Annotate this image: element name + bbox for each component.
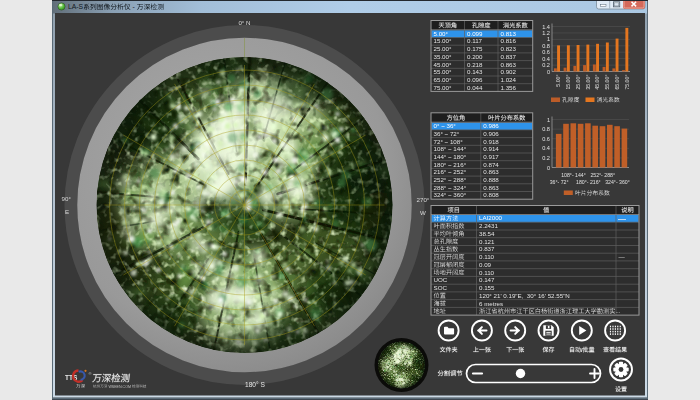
svg-text:108° ~ 144°: 108° ~ 144° (434, 145, 467, 152)
svg-text:0.155: 0.155 (479, 284, 495, 291)
svg-text:LA-S: LA-S (68, 3, 84, 10)
svg-text:0.863: 0.863 (501, 61, 517, 68)
svg-text:25.00°: 25.00° (434, 45, 452, 52)
svg-text:324°- 360°: 324°- 360° (605, 179, 630, 185)
svg-text:1: 1 (547, 36, 550, 42)
svg-text:0° N: 0° N (238, 19, 250, 26)
svg-text:W: W (420, 209, 426, 216)
svg-text:25.00°: 25.00° (575, 75, 581, 90)
svg-text:0.2: 0.2 (542, 155, 550, 161)
svg-text:0.175: 0.175 (467, 45, 483, 52)
svg-text:0.6: 0.6 (542, 136, 550, 142)
svg-text:108°- 144°: 108°- 144° (561, 172, 586, 178)
svg-text:0.863: 0.863 (483, 168, 499, 175)
svg-text:36°- 72°: 36°- 72° (550, 179, 569, 185)
svg-text:0: 0 (547, 165, 550, 171)
svg-text:0.8: 0.8 (542, 126, 550, 132)
svg-text:45.00°: 45.00° (595, 75, 601, 90)
svg-text:...: ... (615, 307, 620, 314)
svg-text:0.099: 0.099 (467, 30, 483, 37)
svg-text:75.00°: 75.00° (434, 84, 452, 91)
svg-text:270°: 270° (417, 196, 430, 203)
svg-text:144° ~ 180°: 144° ~ 180° (434, 153, 467, 160)
svg-text:35.00°: 35.00° (434, 53, 452, 60)
svg-text:-: - (131, 3, 137, 10)
svg-text:0.110: 0.110 (479, 269, 495, 276)
svg-text:0.906: 0.906 (483, 130, 499, 137)
svg-text:72° ~ 108°: 72° ~ 108° (434, 138, 464, 145)
svg-text:252°- 288°: 252°- 288° (590, 172, 615, 178)
svg-text:0.816: 0.816 (501, 37, 517, 44)
svg-text:0.6: 0.6 (542, 49, 550, 55)
svg-text:0.808: 0.808 (483, 191, 499, 198)
svg-text:0.917: 0.917 (483, 153, 499, 160)
svg-text:120° 21' 0.19"E, 30° 16' 52.5: 120° 21' 0.19"E, 30° 16' 52.55"N (479, 292, 570, 299)
svg-text:0: 0 (547, 69, 550, 75)
svg-text:0.874: 0.874 (483, 161, 499, 168)
svg-text:SOC: SOC (434, 284, 448, 291)
svg-text:35.00°: 35.00° (585, 75, 591, 90)
svg-text:WSEEN.COM: WSEEN.COM (107, 385, 132, 389)
svg-text:0.4: 0.4 (542, 56, 550, 62)
svg-text:15.00°: 15.00° (565, 75, 571, 90)
svg-text:65.00°: 65.00° (614, 75, 620, 90)
svg-text:324° ~ 360°: 324° ~ 360° (434, 191, 467, 198)
svg-text:0.986: 0.986 (483, 122, 499, 129)
svg-text:0.110: 0.110 (479, 253, 495, 260)
svg-text:45.00°: 45.00° (434, 61, 452, 68)
svg-text:15.00°: 15.00° (434, 37, 452, 44)
svg-text:0.09: 0.09 (479, 261, 492, 268)
svg-text:1: 1 (547, 117, 550, 123)
svg-text:0.096: 0.096 (467, 76, 483, 83)
svg-text:0.8: 0.8 (542, 43, 550, 49)
svg-text:5.00°: 5.00° (556, 75, 562, 87)
svg-text:0.147: 0.147 (479, 276, 495, 283)
svg-text:216° ~ 252°: 216° ~ 252° (434, 168, 467, 175)
svg-text:288° ~ 324°: 288° ~ 324° (434, 184, 467, 191)
svg-text:180° ~ 216°: 180° ~ 216° (434, 161, 467, 168)
svg-text:0.863: 0.863 (483, 184, 499, 191)
svg-text:0.813: 0.813 (501, 30, 517, 37)
svg-text:65.00°: 65.00° (434, 76, 452, 83)
svg-text:5.00°: 5.00° (434, 30, 449, 37)
svg-text:1.356: 1.356 (501, 84, 517, 91)
svg-text:0.2: 0.2 (542, 62, 550, 68)
svg-text:0° ~ 36°: 0° ~ 36° (434, 122, 457, 129)
svg-text:LAI2000: LAI2000 (479, 214, 503, 221)
svg-text:0.823: 0.823 (501, 45, 517, 52)
svg-text:36° ~ 72°: 36° ~ 72° (434, 130, 460, 137)
svg-text:0.143: 0.143 (467, 68, 483, 75)
svg-text:E: E (65, 208, 69, 215)
svg-text:0.918: 0.918 (483, 138, 499, 145)
svg-text:0.121: 0.121 (479, 238, 495, 245)
svg-text:0.837: 0.837 (501, 53, 517, 60)
svg-text:1.2: 1.2 (542, 30, 550, 36)
svg-text:1.4: 1.4 (542, 24, 550, 30)
svg-text:0.200: 0.200 (467, 53, 483, 60)
svg-text:0.888: 0.888 (483, 176, 499, 183)
svg-text:180°- 216°: 180°- 216° (576, 179, 601, 185)
svg-text:252° ~ 288°: 252° ~ 288° (434, 176, 467, 183)
svg-text:75.00°: 75.00° (624, 75, 630, 90)
svg-text:UOC: UOC (434, 276, 448, 283)
svg-text:55.00°: 55.00° (434, 68, 452, 75)
svg-text:0.837: 0.837 (479, 245, 495, 252)
svg-text:180° S: 180° S (245, 381, 265, 388)
svg-text:90°: 90° (62, 195, 72, 202)
svg-text:1.024: 1.024 (501, 76, 517, 83)
svg-text:0.914: 0.914 (483, 145, 499, 152)
svg-text:0.4: 0.4 (542, 145, 550, 151)
svg-text:55.00°: 55.00° (604, 75, 610, 90)
svg-text:38.54: 38.54 (479, 230, 495, 237)
svg-text:—: — (619, 253, 626, 260)
svg-text:0.902: 0.902 (501, 68, 517, 75)
svg-text:2.2431: 2.2431 (479, 222, 498, 229)
svg-text:6 metres: 6 metres (479, 300, 503, 307)
svg-text:0.117: 0.117 (467, 37, 483, 44)
svg-text:0.044: 0.044 (467, 84, 483, 91)
svg-text:0.218: 0.218 (467, 61, 483, 68)
